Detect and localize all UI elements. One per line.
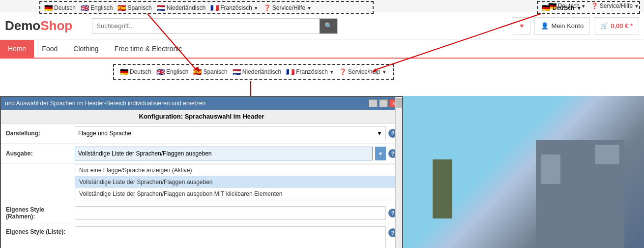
ausgabe-dropdown-arrow[interactable]: ▼ xyxy=(375,147,386,160)
heart-icon: ♥ xyxy=(520,22,524,30)
ausgabe-dropdown-list: Nur eine Flagge/Sprache anzeigen (Aktive… xyxy=(75,164,397,200)
cart-button[interactable]: 🛒 0,00 € * xyxy=(594,17,639,35)
search-input[interactable] xyxy=(92,19,320,33)
service-label-right: Service/Hilfe xyxy=(600,2,633,9)
modal-titlebar: und Auswahl der Sprachen im Header-Berei… xyxy=(1,97,402,110)
top-bar: 🇩🇪 Deutsch ▼ ❓ Service/Hilfe ▼ xyxy=(0,0,644,12)
account-label: Mein Konto xyxy=(551,22,584,30)
logo: DemoShop xyxy=(5,18,72,33)
logo-demo: Demo xyxy=(5,18,40,33)
service-help-right[interactable]: ❓ Service/Hilfe ▼ xyxy=(591,2,639,9)
lang2-spanisch[interactable]: 🇪🇸 Spanisch xyxy=(193,68,227,76)
tree-decoration xyxy=(433,159,452,218)
ausgabe-value: Vollständige Liste der Sprachen/Flaggen … xyxy=(78,150,212,157)
search-icon: 🔍 xyxy=(324,22,333,30)
chevron-service-right: ▼ xyxy=(634,3,639,9)
header: DemoShop 🔍 ♥ 👤 Mein Konto 🛒 0,00 € * xyxy=(0,12,644,40)
ausgabe-select[interactable]: Vollständige Liste der Sprachen/Flaggen … xyxy=(75,147,373,160)
nav-food[interactable]: Food xyxy=(34,40,65,58)
cart-price: 0,00 € * xyxy=(611,22,633,30)
logo-shop: Shop xyxy=(40,18,72,33)
liste-field: ? xyxy=(75,226,397,248)
nav-freetime[interactable]: Free time & Electronic xyxy=(107,40,190,58)
dropdown-option-2[interactable]: Vollständige Liste der Sprachen/Flaggen … xyxy=(75,176,397,188)
darstellung-label: Darstellung: xyxy=(6,130,75,137)
lang2-englisch[interactable]: 🇬🇧 Englisch xyxy=(156,68,188,76)
darstellung-field: Flagge und Sprache ▼ ? xyxy=(75,126,397,140)
lang2-deutsch[interactable]: 🇩🇪 Deutsch xyxy=(120,68,151,76)
modal-minimize-button[interactable]: — xyxy=(369,99,378,107)
liste-textarea[interactable] xyxy=(75,226,386,248)
rahmen-field: ? xyxy=(75,206,397,220)
minimize-icon: — xyxy=(371,101,376,106)
flag-de-right: 🇩🇪 xyxy=(548,2,556,10)
modal-controls: — □ ✕ xyxy=(369,99,398,107)
lang2-franzoesisch[interactable]: 🇫🇷 Französisch ▼ xyxy=(286,68,334,76)
scroll-thumb xyxy=(396,98,402,108)
nav-clothing-label: Clothing xyxy=(73,45,98,53)
nav-clothing[interactable]: Clothing xyxy=(65,40,106,58)
ausgabe-label: Ausgabe: xyxy=(6,150,75,157)
modal-section-title: Konfiguration: Sprachauswahl im Header xyxy=(1,110,402,124)
building-decoration xyxy=(536,140,624,248)
chevron-lang-right: ▼ xyxy=(581,3,586,9)
navigation: Home Food Clothing Free time & Electroni… xyxy=(0,40,644,59)
wishlist-button[interactable]: ♥ xyxy=(513,17,530,35)
rahmen-label: Eigenes Style (Rahmen): xyxy=(6,206,75,220)
modal-row-liste: Eigenes Style (Liste): ? xyxy=(1,223,402,248)
darstellung-value: Flagge und Sprache xyxy=(78,130,131,137)
search-bar: 🔍 xyxy=(92,18,338,34)
lang2-niederlaendisch[interactable]: 🇳🇱 Niederländisch xyxy=(233,68,281,76)
cart-icon: 🛒 xyxy=(600,22,608,30)
modal-maximize-button[interactable]: □ xyxy=(379,99,388,107)
header-right: ♥ 👤 Mein Konto 🛒 0,00 € * xyxy=(513,17,639,35)
search-button[interactable]: 🔍 xyxy=(320,19,337,33)
help-icon-right: ❓ xyxy=(591,2,598,9)
darstellung-select[interactable]: Flagge und Sprache ▼ xyxy=(75,126,386,140)
lang2-service[interactable]: ❓ Service/hulp ▼ xyxy=(339,68,387,75)
modal-row-rahmen: Eigenes Style (Rahmen): ? xyxy=(1,203,402,223)
modal-body: Konfiguration: Sprachauswahl im Header D… xyxy=(1,110,402,248)
modal-dialog: und Auswahl der Sprachen im Header-Berei… xyxy=(0,96,403,248)
modal-title: und Auswahl der Sprachen im Header-Berei… xyxy=(5,100,205,107)
lang-label-right: Deutsch xyxy=(558,2,580,9)
rahmen-input[interactable] xyxy=(75,206,386,220)
modal-scrollbar[interactable] xyxy=(395,97,402,248)
nav-home[interactable]: Home xyxy=(0,40,34,58)
nav-home-label: Home xyxy=(8,45,26,53)
lang-deutsch-right[interactable]: 🇩🇪 Deutsch ▼ xyxy=(548,2,586,10)
background-image xyxy=(403,96,644,248)
nav-freetime-label: Free time & Electronic xyxy=(115,45,182,53)
liste-label: Eigenes Style (Liste): xyxy=(6,226,75,235)
lang-bar-secondary: 🇩🇪 Deutsch 🇬🇧 Englisch 🇪🇸 Spanisch 🇳🇱 Ni… xyxy=(113,64,394,80)
modal-row-darstellung: Darstellung: Flagge und Sprache ▼ ? xyxy=(1,124,402,144)
darstellung-arrow: ▼ xyxy=(377,130,382,137)
top-bar-right: 🇩🇪 Deutsch ▼ ❓ Service/Hilfe ▼ xyxy=(548,2,639,10)
modal-row-ausgabe: Ausgabe: Vollständige Liste der Sprachen… xyxy=(1,144,402,164)
ausgabe-field: Vollständige Liste der Sprachen/Flaggen … xyxy=(75,147,397,160)
maximize-icon: □ xyxy=(382,101,385,106)
nav-food-label: Food xyxy=(42,45,58,53)
user-icon: 👤 xyxy=(541,22,549,30)
dropdown-option-3[interactable]: Vollständige Liste der Sprachen/Flaggen … xyxy=(75,188,397,200)
dropdown-option-1[interactable]: Nur eine Flagge/Sprache anzeigen (Aktive… xyxy=(75,164,397,176)
account-button[interactable]: 👤 Mein Konto xyxy=(534,17,590,35)
